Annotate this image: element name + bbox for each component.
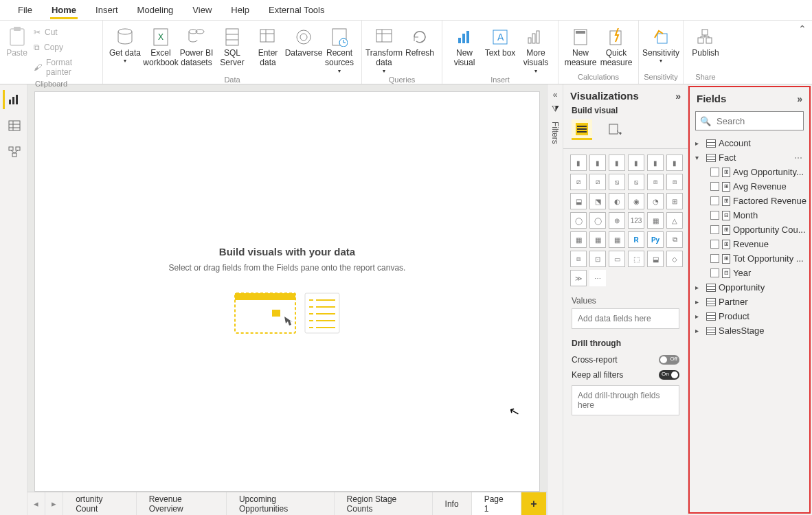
field-checkbox[interactable] <box>710 254 719 263</box>
viz-type[interactable]: ⊕ <box>609 212 625 229</box>
viz-type[interactable]: ◇ <box>666 251 683 267</box>
fields-search-input[interactable] <box>715 115 812 127</box>
viz-type[interactable]: ▮ <box>647 154 664 171</box>
new-measure-button[interactable]: New measure <box>563 23 598 71</box>
pbi-datasets-button[interactable]: Power BI datasets <box>179 23 214 74</box>
field-checkbox[interactable] <box>710 225 719 234</box>
more-options-icon[interactable]: ⋯ <box>794 153 807 163</box>
viz-type[interactable]: ▦ <box>589 231 606 248</box>
viz-type[interactable]: ⧉ <box>666 231 683 248</box>
field-row[interactable]: ⊞Factored Revenue <box>692 194 807 208</box>
report-canvas[interactable]: Build visuals with your data Select or d… <box>34 91 540 492</box>
viz-type[interactable]: ⊞ <box>666 193 683 209</box>
viz-type[interactable]: ◔ <box>647 193 664 209</box>
viz-type[interactable]: ◯ <box>570 212 587 229</box>
viz-type[interactable]: 123 <box>628 212 644 229</box>
viz-type[interactable]: ⧆ <box>647 174 664 190</box>
field-checkbox[interactable] <box>710 196 719 205</box>
values-well[interactable]: Add data fields here <box>572 308 679 329</box>
viz-type[interactable]: ◐ <box>609 193 625 209</box>
field-row[interactable]: ⊞Tot Opportunity ... <box>692 251 807 266</box>
field-row[interactable]: ⊞Revenue <box>692 237 807 251</box>
table-row-fact[interactable]: ▾Fact⋯ <box>692 150 807 165</box>
menu-external-tools[interactable]: External Tools <box>259 1 334 19</box>
fields-search[interactable]: 🔍 <box>695 111 804 130</box>
field-checkbox[interactable] <box>710 168 719 176</box>
expand-filters-icon[interactable]: « <box>553 90 558 100</box>
excel-button[interactable]: XExcel workbook <box>143 23 179 74</box>
tabs-prev-button[interactable]: ◂ <box>27 492 45 515</box>
format-visual-tab[interactable] <box>605 119 625 140</box>
text-box-button[interactable]: AText box <box>482 23 518 74</box>
get-more-visuals[interactable]: ⋯ <box>589 270 606 286</box>
quick-measure-button[interactable]: Quick measure <box>598 23 634 71</box>
build-visual-tab[interactable] <box>572 119 592 140</box>
field-row[interactable]: ⊟Year <box>692 266 807 280</box>
enter-data-button[interactable]: Enter data <box>250 23 286 74</box>
new-visual-button[interactable]: New visual <box>447 23 482 74</box>
viz-type[interactable]: ▦ <box>570 231 587 248</box>
sensitivity-button[interactable]: Sensitivity▾ <box>643 23 679 71</box>
field-checkbox[interactable] <box>710 268 719 277</box>
viz-type[interactable]: △ <box>666 212 683 229</box>
cross-report-toggle[interactable]: Off <box>659 355 679 365</box>
viz-type[interactable]: ⧅ <box>628 174 644 190</box>
cut-button[interactable]: ✂Cut <box>30 26 98 38</box>
filters-pane-collapsed[interactable]: « ⧩ Filters <box>547 84 563 515</box>
transform-data-button[interactable]: Transform data▾ <box>366 23 402 74</box>
tabs-next-button[interactable]: ▸ <box>45 492 63 515</box>
drill-through-well[interactable]: Add drill-through fields here <box>572 385 679 415</box>
viz-type[interactable]: ▦ <box>609 231 625 248</box>
viz-type[interactable]: ⧄ <box>589 174 606 190</box>
table-row-account[interactable]: ▸Account <box>692 136 807 150</box>
format-painter-button[interactable]: 🖌Format painter <box>30 56 98 78</box>
viz-type[interactable]: ⧄ <box>570 174 587 190</box>
get-data-button[interactable]: Get data▾ <box>107 23 143 74</box>
field-row[interactable]: ⊞Opportunity Cou... <box>692 222 807 237</box>
publish-button[interactable]: Publish <box>688 23 723 71</box>
field-checkbox[interactable] <box>710 211 719 220</box>
viz-type[interactable]: ⬓ <box>570 193 587 209</box>
data-view-button[interactable] <box>3 116 25 135</box>
collapse-fields-icon[interactable]: » <box>797 93 802 104</box>
viz-type[interactable]: ▮ <box>589 154 606 171</box>
model-view-button[interactable] <box>3 142 25 161</box>
viz-type[interactable]: ▦ <box>647 212 664 229</box>
table-row-salesstage[interactable]: ▸SalesStage <box>692 323 807 338</box>
page-tab[interactable]: Info <box>433 492 472 515</box>
menu-view[interactable]: View <box>183 1 221 19</box>
menu-home[interactable]: Home <box>42 1 86 19</box>
refresh-button[interactable]: Refresh <box>402 23 438 74</box>
menu-help[interactable]: Help <box>221 1 259 19</box>
table-row-product[interactable]: ▸Product <box>692 309 807 323</box>
table-row-partner[interactable]: ▸Partner <box>692 295 807 309</box>
viz-type[interactable]: ⬓ <box>647 251 664 267</box>
menu-insert[interactable]: Insert <box>86 1 128 19</box>
dataverse-button[interactable]: Dataverse <box>286 23 322 74</box>
viz-type[interactable]: ◯ <box>589 212 606 229</box>
paste-button[interactable]: Paste <box>4 23 30 78</box>
viz-type[interactable]: Py <box>647 231 664 248</box>
viz-type[interactable]: ⧅ <box>609 174 625 190</box>
viz-type[interactable]: ⬔ <box>589 193 606 209</box>
field-checkbox[interactable] <box>710 240 719 249</box>
viz-type[interactable]: ▮ <box>570 154 587 171</box>
viz-type[interactable]: ≫ <box>570 270 587 286</box>
field-row[interactable]: ⊞Avg Revenue <box>692 179 807 194</box>
viz-type[interactable]: ▮ <box>628 154 644 171</box>
keep-all-filters-toggle[interactable]: On <box>659 370 679 380</box>
field-row[interactable]: ⊞Avg Opportunity... <box>692 165 807 179</box>
add-page-button[interactable]: + <box>521 492 547 515</box>
viz-type[interactable]: ⊡ <box>589 251 606 267</box>
viz-type[interactable]: ▮ <box>609 154 625 171</box>
more-visuals-button[interactable]: More visuals▾ <box>518 23 554 74</box>
report-view-button[interactable] <box>3 90 25 109</box>
page-tab-active[interactable]: Page 1 <box>472 492 521 515</box>
viz-type[interactable]: ▮ <box>666 154 683 171</box>
viz-type[interactable]: ▭ <box>609 251 625 267</box>
page-tab[interactable]: Revenue Overview <box>137 492 227 515</box>
field-checkbox[interactable] <box>710 182 719 191</box>
viz-type[interactable]: ⧆ <box>666 174 683 190</box>
menu-file[interactable]: File <box>8 1 42 19</box>
ribbon-collapse-icon[interactable]: ⌃ <box>798 23 807 34</box>
